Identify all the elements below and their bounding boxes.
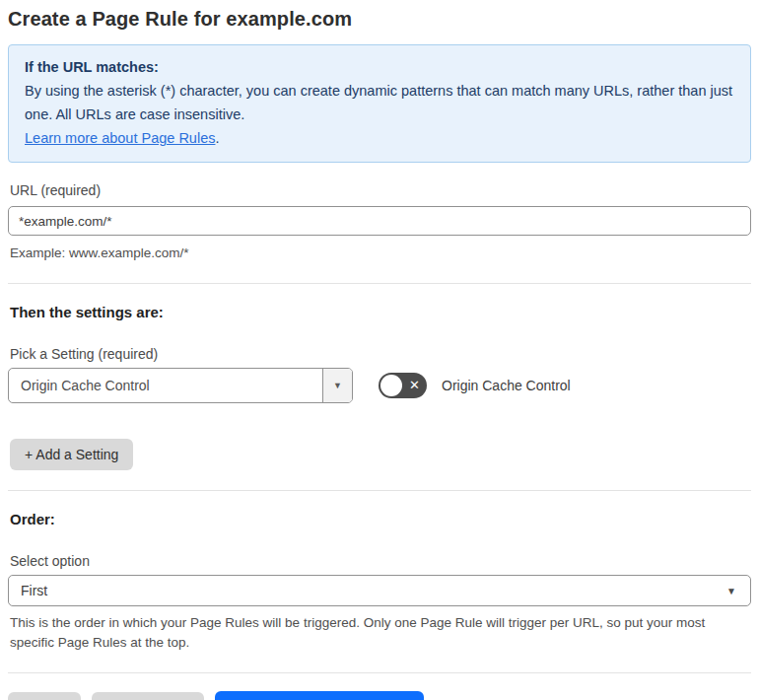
learn-more-link[interactable]: Learn more about Page Rules — [25, 130, 215, 146]
settings-section-heading: Then the settings are: — [10, 304, 751, 320]
url-match-info-box: If the URL matches: By using the asteris… — [8, 44, 751, 163]
save-and-deploy-button[interactable]: Save and Deploy Page Rule — [215, 691, 424, 700]
page-title: Create a Page Rule for example.com — [8, 8, 751, 31]
setting-row: Origin Cache Control ▼ ✕ Origin Cache Co… — [8, 368, 751, 403]
info-box-heading: If the URL matches: — [25, 55, 734, 79]
url-field-label: URL (required) — [10, 182, 751, 198]
toggle-label: Origin Cache Control — [442, 378, 571, 393]
chevron-down-icon: ▼ — [333, 381, 342, 390]
info-box-body: By using the asterisk (*) character, you… — [25, 79, 734, 126]
page-rule-form: Create a Page Rule for example.com If th… — [0, 0, 759, 700]
info-box-link-line: Learn more about Page Rules. — [25, 126, 734, 150]
order-select-label: Select option — [10, 553, 751, 569]
setting-select-value: Origin Cache Control — [9, 369, 322, 402]
order-select[interactable]: First ▼ — [8, 575, 751, 606]
chevron-down-icon: ▼ — [726, 586, 736, 596]
order-section-heading: Order: — [10, 511, 751, 527]
origin-cache-control-toggle[interactable]: ✕ — [379, 373, 427, 398]
divider-url-settings — [8, 283, 751, 284]
footer-actions: Cancel Save as Draft Save and Deploy Pag… — [8, 691, 751, 700]
divider-settings-order — [8, 490, 751, 491]
order-helper-text: This is the order in which your Page Rul… — [10, 613, 745, 653]
divider-order-footer — [8, 672, 751, 673]
pick-setting-label: Pick a Setting (required) — [10, 346, 751, 362]
url-input[interactable] — [8, 206, 751, 236]
link-period: . — [215, 130, 219, 146]
toggle-knob — [380, 375, 402, 396]
setting-select-arrow-button[interactable]: ▼ — [322, 369, 352, 402]
order-select-value: First — [21, 583, 47, 598]
url-example-helper: Example: www.example.com/* — [10, 244, 751, 263]
cancel-button[interactable]: Cancel — [8, 692, 81, 700]
toggle-off-x-icon: ✕ — [409, 373, 420, 398]
setting-select[interactable]: Origin Cache Control ▼ — [8, 368, 353, 403]
add-setting-button[interactable]: + Add a Setting — [10, 439, 133, 470]
save-as-draft-button[interactable]: Save as Draft — [92, 692, 205, 700]
